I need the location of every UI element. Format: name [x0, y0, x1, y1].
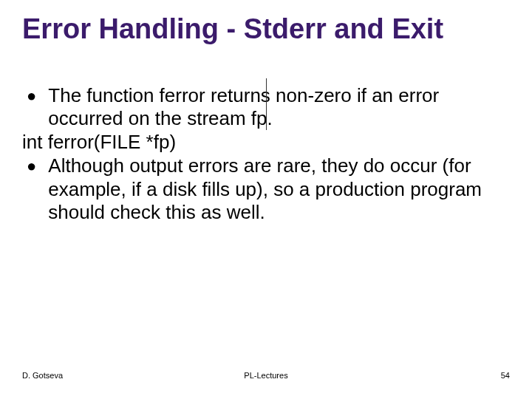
page-number: 54	[501, 371, 510, 380]
bullet-item: ● The function ferror returns non-zero i…	[27, 84, 510, 131]
slide-title: Error Handling - Stderr and Exit	[22, 13, 510, 46]
footer-author: D. Gotseva	[22, 371, 63, 380]
bullet-text: The function ferror returns non-zero if …	[48, 84, 510, 131]
bullet-dot-icon: ●	[27, 84, 36, 108]
slide: Error Handling - Stderr and Exit ● The f…	[0, 0, 532, 399]
footer: D. Gotseva PL-Lectures 54	[22, 371, 510, 380]
footer-title: PL-Lectures	[22, 371, 510, 380]
bullet-text: Although output errors are rare, they do…	[48, 154, 510, 225]
bullet-dot-icon: ●	[27, 154, 36, 178]
code-line: int ferror(FILE *fp)	[22, 131, 510, 154]
bullet-item: ● Although output errors are rare, they …	[27, 154, 510, 225]
title-divider	[266, 78, 267, 130]
